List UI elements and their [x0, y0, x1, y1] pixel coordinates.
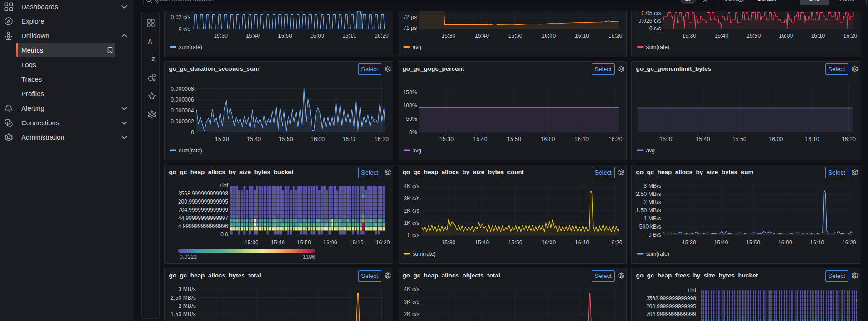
svg-text:16:20: 16:20 — [842, 136, 856, 142]
svg-text:15:40: 15:40 — [696, 136, 710, 142]
svg-text:150%: 150% — [403, 89, 418, 96]
svg-text:4.999999999999996: 4.999999999999996 — [178, 223, 228, 229]
svg-text:2K c/s: 2K c/s — [404, 311, 419, 317]
svg-text:16:10: 16:10 — [350, 239, 364, 246]
svg-text:4K c/s: 4K c/s — [404, 183, 419, 190]
svg-text:2 MB/s: 2 MB/s — [178, 303, 196, 309]
svg-text:0.025 c/s: 0.025 c/s — [639, 18, 662, 24]
svg-text:704.9999999999999: 704.9999999999999 — [178, 207, 228, 213]
svg-text:0%: 0% — [409, 129, 417, 136]
svg-text:0.000006: 0.000006 — [171, 97, 194, 103]
svg-text:0.000004: 0.000004 — [171, 107, 194, 114]
svg-text:16:00: 16:00 — [541, 239, 556, 246]
svg-text:3568.999999999998: 3568.999999999998 — [646, 295, 696, 302]
svg-text:1K c/s: 1K c/s — [404, 220, 419, 226]
svg-text:3568.999999999998: 3568.999999999998 — [178, 190, 228, 197]
svg-text:16:20: 16:20 — [842, 239, 856, 246]
svg-text:15:50: 15:50 — [297, 239, 311, 246]
svg-text:15:50: 15:50 — [508, 33, 522, 39]
svg-text:sum(rate): sum(rate) — [646, 44, 669, 50]
svg-text:100%: 100% — [403, 102, 418, 109]
svg-text:0.0: 0.0 — [220, 231, 228, 238]
svg-text:1 MB/s: 1 MB/s — [644, 215, 661, 222]
svg-text:16:10: 16:10 — [805, 136, 819, 142]
svg-text:2.50 MB/s: 2.50 MB/s — [171, 295, 196, 301]
svg-text:16:10: 16:10 — [810, 239, 824, 246]
svg-text:avg: avg — [413, 147, 421, 154]
svg-text:0: 0 — [191, 129, 194, 136]
svg-text:16:00: 16:00 — [769, 136, 783, 142]
svg-text:16:00: 16:00 — [310, 33, 324, 39]
svg-text:4K c/s: 4K c/s — [404, 286, 419, 292]
svg-text:16:10: 16:10 — [575, 239, 589, 246]
svg-text:16:20: 16:20 — [375, 136, 389, 142]
svg-text:avg: avg — [646, 147, 655, 154]
svg-text:15:30: 15:30 — [682, 33, 696, 39]
svg-text:3K c/s: 3K c/s — [404, 195, 419, 202]
svg-text:15:30: 15:30 — [682, 239, 696, 246]
svg-text:+Inf: +Inf — [687, 287, 697, 293]
svg-text:200.9999999999995: 200.9999999999995 — [178, 199, 228, 205]
svg-text:0 B/s: 0 B/s — [649, 232, 661, 238]
svg-text:16:00: 16:00 — [541, 136, 555, 142]
svg-text:16:00: 16:00 — [779, 33, 793, 39]
svg-text:15:30: 15:30 — [659, 136, 673, 142]
svg-text:sum(rate): sum(rate) — [179, 44, 202, 50]
svg-text:0 c/s: 0 c/s — [649, 25, 661, 32]
svg-text:15:40: 15:40 — [473, 136, 488, 142]
svg-text:3K c/s: 3K c/s — [404, 299, 419, 305]
svg-text:15:40: 15:40 — [714, 33, 728, 39]
svg-text:15:40: 15:40 — [246, 33, 260, 39]
svg-text:15:30: 15:30 — [441, 239, 455, 246]
svg-text:16:00: 16:00 — [323, 239, 337, 246]
svg-text:500 kB/s: 500 kB/s — [639, 224, 661, 230]
svg-text:2 MB/s: 2 MB/s — [644, 199, 661, 205]
svg-text:+Inf: +Inf — [219, 182, 229, 189]
svg-text:1196: 1196 — [303, 254, 315, 260]
svg-text:avg: avg — [413, 44, 421, 50]
svg-text:15:30: 15:30 — [439, 136, 454, 142]
svg-text:2K c/s: 2K c/s — [404, 208, 419, 214]
svg-text:15:50: 15:50 — [507, 136, 521, 142]
svg-text:16:20: 16:20 — [609, 136, 623, 142]
svg-text:15:40: 15:40 — [271, 239, 285, 246]
svg-text:3 MB/s: 3 MB/s — [644, 183, 661, 189]
svg-text:71 µs: 71 µs — [403, 25, 417, 31]
svg-text:16:10: 16:10 — [342, 33, 356, 39]
svg-text:15:40: 15:40 — [247, 136, 261, 142]
svg-text:0.000002: 0.000002 — [171, 118, 194, 125]
svg-text:200.9999999999995: 200.9999999999995 — [646, 303, 696, 310]
svg-text:1.50 MB/s: 1.50 MB/s — [171, 311, 196, 317]
svg-text:sum(rate): sum(rate) — [413, 251, 436, 257]
svg-text:2.50 MB/s: 2.50 MB/s — [636, 191, 661, 197]
svg-text:704.9999999999999: 704.9999999999999 — [646, 311, 696, 317]
svg-text:16:10: 16:10 — [575, 33, 589, 39]
svg-text:sum(rate): sum(rate) — [179, 147, 202, 154]
svg-text:16:00: 16:00 — [541, 33, 556, 39]
svg-text:50%: 50% — [406, 116, 417, 122]
svg-text:15:30: 15:30 — [441, 33, 455, 39]
svg-text:16:20: 16:20 — [375, 33, 389, 39]
svg-text:16:00: 16:00 — [311, 136, 325, 142]
svg-text:15:30: 15:30 — [214, 33, 228, 39]
svg-text:15:40: 15:40 — [714, 239, 728, 246]
svg-text:1.50 MB/s: 1.50 MB/s — [636, 207, 661, 214]
svg-text:15:50: 15:50 — [508, 239, 522, 246]
svg-text:0 c/s: 0 c/s — [408, 232, 419, 238]
svg-text:0.000008: 0.000008 — [171, 86, 194, 92]
svg-text:15:30: 15:30 — [215, 136, 229, 142]
svg-text:15:50: 15:50 — [746, 239, 760, 246]
svg-text:0.02 c/s: 0.02 c/s — [171, 14, 190, 20]
svg-text:16:10: 16:10 — [575, 136, 589, 142]
svg-text:0 c/s: 0 c/s — [179, 26, 190, 32]
svg-text:16:20: 16:20 — [376, 239, 390, 246]
svg-text:15:30: 15:30 — [244, 239, 258, 246]
svg-text:15:50: 15:50 — [279, 136, 293, 142]
svg-text:16:20: 16:20 — [609, 33, 623, 39]
svg-text:16:00: 16:00 — [778, 239, 792, 246]
svg-text:72 µs: 72 µs — [403, 14, 417, 20]
svg-text:15:40: 15:40 — [475, 33, 489, 39]
svg-text:0.0222: 0.0222 — [180, 254, 197, 260]
svg-text:16:20: 16:20 — [609, 239, 623, 246]
svg-text:16:10: 16:10 — [811, 33, 825, 39]
